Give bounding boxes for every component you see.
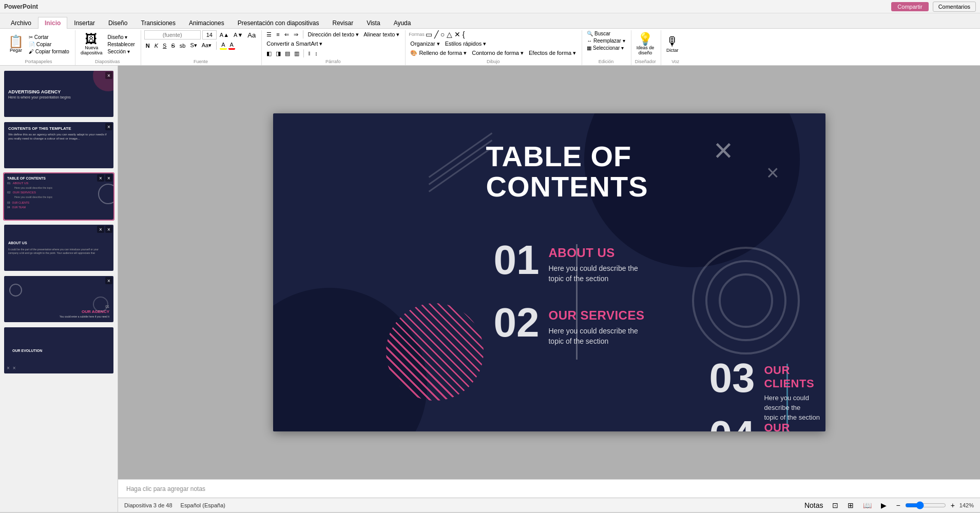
tab-insertar[interactable]: Insertar (67, 17, 102, 29)
shapes-gallery[interactable]: ▭ ╱ ○ △ ✕ { (426, 30, 465, 38)
tab-ayuda[interactable]: Ayuda (387, 17, 418, 29)
efectos-button[interactable]: Efectos de forma ▾ (527, 49, 578, 57)
comments-button[interactable]: Comentarios (933, 2, 976, 12)
title-bar: PowerPoint Compartir Comentarios (0, 0, 980, 13)
tab-revisar[interactable]: Revisar (325, 17, 360, 29)
estilos-rapidos-button[interactable]: Estilos rápidos ▾ (444, 40, 488, 48)
smartart-button[interactable]: Convertir a SmartArt ▾ (265, 40, 324, 48)
delete-slide-3-x1[interactable]: × (97, 174, 104, 182)
tab-archivo[interactable]: Archivo (4, 17, 38, 29)
copy-button[interactable]: 📄 Copiar (27, 41, 71, 48)
delete-slide-1[interactable]: × (105, 72, 112, 79)
line-spacing-button[interactable]: ↕ (313, 50, 319, 57)
toc-number-01: 01 (494, 242, 540, 279)
reading-view-button[interactable]: 📖 (860, 500, 874, 510)
font-decrease-button[interactable]: A▼ (232, 31, 244, 38)
toc-heading-01: ABOUT US (548, 246, 638, 260)
presentation-button[interactable]: ▶ (878, 500, 889, 510)
delete-slide-3-x2[interactable]: × (105, 174, 112, 182)
slide-thumb-3[interactable]: 3 TABLE OF CONTENTS 01 ABOUT US Here you… (3, 172, 114, 221)
font-increase-button[interactable]: A▲ (218, 31, 230, 38)
tab-animaciones[interactable]: Animaciones (182, 17, 231, 29)
ribbon-group-parrafo: ☰ ≡ ⇐ ⇒ Dirección del texto ▾ Alinear te… (263, 30, 406, 65)
slide-thumb-5[interactable]: 5 01 OUR AGENCY You could enter a subtit… (3, 275, 114, 323)
main-layout: 1 ADVERTISING AGENCY Here is where your … (0, 66, 980, 512)
new-slide-button[interactable]: 🖼 Nuevadiapositiva (79, 32, 105, 57)
ideas-diseno-button[interactable]: 💡 Ideas dediseño (635, 32, 657, 57)
ribbon-main: 📋 Pegar ✂ Cortar 📄 Copiar 🖌 Copiar forma… (0, 29, 980, 66)
increase-indent-button[interactable]: ⇒ (292, 31, 300, 38)
organizar-button[interactable]: Organizar ▾ (409, 40, 441, 48)
shadow-button[interactable]: sb (178, 42, 187, 49)
contorno-button[interactable]: Contorno de forma ▾ (470, 49, 525, 57)
ribbon-group-voz: 🎙 Dictar Voz (662, 30, 691, 65)
delete-slide-5[interactable]: × (105, 277, 112, 284)
tab-transiciones[interactable]: Transiciones (134, 17, 182, 29)
numbered-list-button[interactable]: ≡ (275, 31, 281, 38)
text-direction-button[interactable]: Dirección del texto ▾ (306, 31, 361, 38)
zoom-out-button[interactable]: − (893, 500, 902, 510)
spacing-button[interactable]: S▾ (188, 42, 198, 49)
layout-button[interactable]: Diseño ▾ (106, 34, 136, 41)
copy-format-button[interactable]: 🖌 Copiar formato (27, 48, 71, 55)
thumb6-title: OUR EVOLUTION (8, 345, 46, 357)
case-button[interactable]: Aa▾ (200, 42, 213, 49)
clear-format-button[interactable]: Aa (246, 31, 257, 40)
decrease-indent-button[interactable]: ⇐ (283, 31, 291, 38)
slide-thumb-4[interactable]: 4 ABOUT US It could be the part of the p… (3, 224, 114, 272)
toc-heading-03: OUR CLIENTS (764, 364, 825, 390)
slide-thumb-1[interactable]: 1 ADVERTISING AGENCY Here is where your … (3, 70, 114, 118)
deco-x-large: × (714, 134, 733, 167)
align-left-button[interactable]: ◧ (265, 50, 273, 57)
italic-button[interactable]: K (153, 42, 160, 49)
bold-button[interactable]: N (144, 42, 151, 49)
slide-thumb-2[interactable]: 2 CONTENTS OF THIS TEMPLATE We define th… (3, 121, 114, 169)
ribbon-tabs: Archivo Inicio Insertar Diseño Transicio… (0, 13, 980, 29)
align-center-button[interactable]: ◨ (274, 50, 282, 57)
zoom-slider[interactable] (905, 501, 946, 509)
reset-button[interactable]: Restablecer (106, 41, 136, 48)
cut-button[interactable]: ✂ Cortar (27, 34, 71, 41)
buscar-button[interactable]: 🔍 Buscar (585, 30, 612, 37)
paste-button[interactable]: 📋 Pegar (6, 34, 26, 54)
delete-slide-4-x1[interactable]: × (97, 226, 104, 233)
toc-item-04: 04 OUR TEAM Here you could describe thet… (709, 417, 825, 431)
seleccionar-button[interactable]: ▦ Seleccionar ▾ (585, 45, 625, 51)
font-name-input[interactable] (144, 30, 201, 40)
font-color-button[interactable]: A (228, 41, 235, 50)
underline-button[interactable]: S (161, 42, 168, 49)
normal-view-button[interactable]: ⊡ (830, 500, 841, 510)
group-label-parrafo: Párrafo (265, 59, 401, 64)
delete-slide-2[interactable]: × (105, 123, 112, 130)
highlight-button[interactable]: A (220, 41, 226, 50)
notes-area[interactable]: Haga clic para agregar notas (118, 479, 980, 498)
group-label-disenador: Diseñador (635, 59, 657, 64)
thumb3-title: TABLE OF CONTENTS (7, 176, 110, 180)
thumb3-num04: 04 (7, 206, 10, 209)
delete-slide-4-x2[interactable]: × (105, 226, 112, 233)
section-button[interactable]: Sección ▾ (106, 48, 136, 55)
font-size-input[interactable] (202, 30, 217, 40)
relleno-button[interactable]: 🎨 Relleno de forma ▾ (409, 49, 468, 57)
notes-view-button[interactable]: Notas (802, 500, 826, 510)
slide-thumb-6[interactable]: 6 OUR EVOLUTION × × (3, 326, 114, 374)
dictar-button[interactable]: 🎙 Dictar (664, 34, 681, 54)
slide-canvas[interactable]: × × TABLE OF CONTENTS (273, 113, 825, 431)
language-info: Español (España) (181, 502, 225, 508)
thumb6-x2: × (13, 365, 16, 371)
slide-sorter-button[interactable]: ⊞ (845, 500, 856, 510)
reemplazar-button[interactable]: ↔ Reemplazar ▾ (585, 37, 626, 44)
columns-button[interactable]: ⫴ (306, 50, 312, 57)
justify-button[interactable]: ▥ (293, 50, 301, 57)
share-button[interactable]: Compartir (891, 2, 928, 11)
zoom-in-button[interactable]: + (948, 500, 957, 510)
thumb6-x1: × (7, 365, 10, 371)
align-text-button[interactable]: Alinear texto ▾ (362, 31, 401, 38)
strikethrough-button[interactable]: S (169, 42, 176, 49)
tab-diseno[interactable]: Diseño (102, 17, 134, 29)
tab-presentacion[interactable]: Presentación con diapositivas (231, 17, 326, 29)
align-right-button[interactable]: ▤ (283, 50, 292, 57)
tab-inicio[interactable]: Inicio (38, 17, 67, 29)
bullet-list-button[interactable]: ☰ (265, 31, 273, 38)
tab-vista[interactable]: Vista (360, 17, 387, 29)
